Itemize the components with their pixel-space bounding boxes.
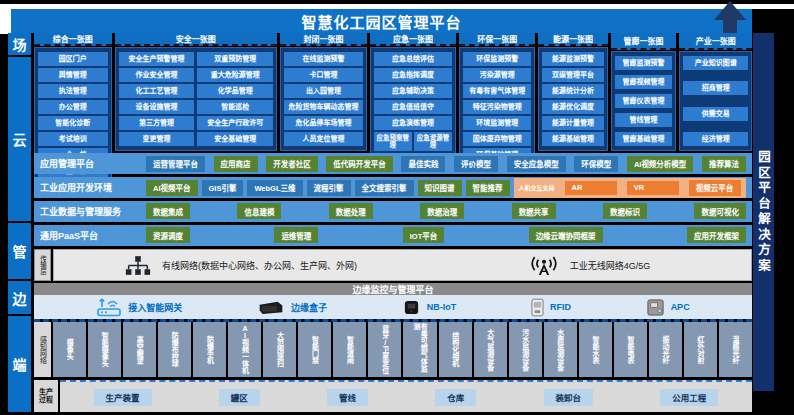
map-item: 智能化诊断 [38, 116, 108, 130]
device-box: 智能水表 [579, 322, 612, 377]
map-item-pair: 应急预案管理应急资源管理 [374, 132, 453, 151]
hci-chip: VR [627, 181, 679, 195]
platform-chip: 知识图谱 [418, 180, 462, 196]
device-box: 振动光纤 [649, 322, 682, 377]
edge-device-row: 接入智能网关边缘盒子NB-IoTRFIDAPC [34, 295, 752, 319]
map-item: 重大危险源管理 [197, 68, 273, 82]
map-column: 管廊一张图管廊监测预警管廊视频管理管廊仪表管理管线管理管廊基础管理 [611, 33, 677, 151]
hci-chip: AR [565, 181, 617, 195]
edge-item: APC [646, 298, 690, 317]
map-item: 化学品管理 [197, 84, 273, 98]
production-item: 公用工程 [660, 389, 718, 406]
map-item: 作业安全管理 [119, 68, 195, 82]
map-item: 有毒有害气体管理 [463, 84, 531, 98]
map-item: 管廊仪表管理 [615, 94, 673, 108]
map-item: 管廊监测预警 [615, 56, 673, 70]
device-box: 摄像头 [53, 322, 86, 377]
map-item: 化工工艺管理 [119, 84, 195, 98]
map-item: 能源统计分析 [542, 84, 603, 98]
map-column: 能源一张图能源监测预警双碳管理平台能源统计分析能源优化调度能源计量管理能源基础管… [538, 33, 607, 151]
map-column: 产业一张图产业知识图谱招商管理供需交易经济管理 [679, 33, 752, 151]
wired-network: 有线网络(数据中心网络、办公网、生产网、外网) [54, 255, 427, 276]
right-rail: 园区平台解决方案 [753, 33, 774, 391]
platform-rows: 应用管理平台运营管理平台应用商店开发者社区低代码开发平台最佳实践评价模型安全应急… [34, 153, 752, 246]
device-box: 智能摄像头 [88, 322, 121, 377]
network-bar: 有线网络(数据中心网络、办公网、生产网、外网) 工业无线网络4G/5G [53, 249, 752, 281]
map-item: 在线监测预警 [284, 52, 363, 66]
platform-row-label: 工业应用开发环境 [40, 181, 140, 194]
edge-item: RFID [531, 298, 571, 317]
map-panel: 在线监测预警卡口管理出入园管理危险货物车辆动态管理危化品停车场管理人员定位管理 [280, 47, 367, 151]
map-panel: 能源监测预警双碳管理平台能源统计分析能源优化调度能源计量管理能源基础管理 [538, 47, 607, 151]
device-box: 水质监测设备 [544, 322, 577, 377]
map-item: 应急总结评估 [374, 52, 453, 66]
map-item: 固体废弃物管理 [463, 132, 531, 146]
wireless-antenna-icon [528, 254, 560, 277]
platform-chip: 数据共享 [512, 203, 556, 219]
platform-row-label: 通用PaaS平台 [40, 229, 140, 242]
wired-network-label: 有线网络(数据中心网络、办公网、生产网、外网) [162, 259, 357, 272]
production-item: 仓库 [435, 389, 476, 406]
platform-row: 工业应用开发环境AI视频平台GIS引擎WebGL三维流程引擎全文搜索引擎知识图谱… [34, 177, 752, 198]
map-item: 产业知识图谱 [683, 56, 748, 70]
map-item: 危化品停车场管理 [284, 116, 363, 130]
platform-chips: 数据集成信息建模数据处理数据治理数据共享数据标识数据可视化 [146, 203, 746, 219]
platform-chip: 边缘云端协同框架 [529, 227, 603, 243]
device-box: 高空瞭望 [123, 322, 156, 377]
device-box: 防爆手机 [193, 322, 226, 377]
platform-chip: 运维管理 [274, 227, 318, 243]
map-title: 安全一张图 [115, 33, 278, 46]
platform-row: 工业数据与管理服务数据集成信息建模数据处理数据治理数据共享数据标识数据可视化 [34, 201, 752, 222]
map-title: 综合一张图 [34, 33, 112, 46]
platform-chip: 数据处理 [329, 203, 373, 219]
production-item: 管线 [327, 389, 368, 406]
map-item: 招商管理 [683, 81, 748, 95]
left-rail-item-1: 场 [8, 33, 31, 55]
smart-park-architecture: 智慧化工园区管理平台 园区平台解决方案 场云管边端 综合一张图园区门户舆情管理执… [0, 0, 794, 415]
hci-chip: 视频云平台 [689, 180, 741, 196]
map-item: 应急演练管理 [374, 116, 453, 130]
platform-chip: AI视频分析模型 [627, 156, 694, 172]
one-map-section: 综合一张图园区门户舆情管理执法管理办公管理智能化诊断考试培训一企一档一园一册安全… [34, 33, 752, 151]
transport-layer-tab: 传输层 [34, 249, 51, 281]
device-box: 大气监测设备 [474, 322, 507, 377]
wired-network-icon [124, 255, 152, 276]
network-layer: 传输层 有线网络(数据中心网络、办公网、生产网、外网) 工业无线网络4G/5G [34, 249, 752, 281]
left-rail-item-5: 端 [8, 316, 31, 412]
platform-row-label: 工业数据与管理服务 [40, 205, 140, 218]
device-box: 智能门禁 [298, 322, 331, 377]
wireless-network: 工业无线网络4G/5G [427, 254, 751, 277]
map-title: 能源一张图 [538, 33, 607, 46]
edge-item-label: RFID [550, 302, 571, 312]
map-item: 管线管理 [615, 113, 673, 127]
left-rail-item-4: 边 [8, 281, 31, 314]
map-group: 双重预防管理重大危险源管理化学品管理智能巡检安全生产行政许可安全基础管理 [197, 52, 273, 146]
map-item: 舆情管理 [38, 68, 108, 82]
map-item: 出入园管理 [284, 84, 363, 98]
platform-chips: 资源调度运维管理IOT平台边缘云端协同框架应用开发框架 [146, 227, 746, 243]
map-item: 管廊视频管理 [615, 75, 673, 89]
map-column: 安全一张图安全生产预警管理作业安全管理化工工艺管理设备设施管理第三方管理变更管理… [115, 33, 278, 151]
map-item: 安全生产预警管理 [119, 52, 195, 66]
platform-chip: 低代码开发平台 [326, 156, 393, 172]
platform-chip: 智能推荐 [466, 180, 510, 196]
map-group: 安全生产预警管理作业安全管理化工工艺管理设备设施管理第三方管理变更管理 [119, 52, 195, 146]
map-item: 应急资源管理 [414, 132, 452, 151]
map-title: 应急一张图 [370, 33, 457, 46]
platform-row: 通用PaaS平台资源调度运维管理IOT平台边缘云端协同框架应用开发框架 [34, 225, 752, 246]
production-item: 生产装置 [94, 389, 152, 406]
map-item: 污染源管理 [463, 68, 531, 82]
map-item: 考试培训 [38, 132, 108, 146]
map-item: 环境监测管理 [463, 116, 531, 130]
hci-group-label: 人机交互支持 [519, 183, 555, 192]
map-item: 管廊基础管理 [615, 132, 673, 146]
map-item: 园区门户 [38, 52, 108, 66]
map-item: 变更管理 [119, 132, 195, 146]
map-column: 应急一张图应急总结评估应急指挥调度应急辅助决策应急值班值守应急演练管理应急预案管… [370, 33, 457, 151]
platform-chip: 数据治理 [420, 203, 464, 219]
platform-chip: 最佳实践 [401, 156, 445, 172]
platform-chip: 环保模型 [574, 156, 618, 172]
map-item: 应急指挥调度 [374, 68, 453, 82]
device-box: 智能道闸 [333, 322, 366, 377]
map-column: 综合一张图园区门户舆情管理执法管理办公管理智能化诊断考试培训一企一档一园一册 [34, 33, 112, 151]
